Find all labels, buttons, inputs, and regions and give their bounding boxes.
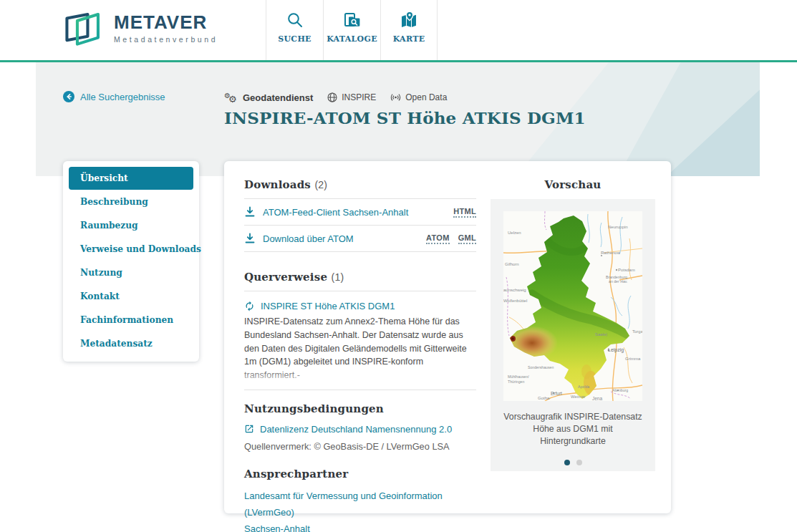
format-badge[interactable]: GML <box>458 233 476 244</box>
nav-label: KARTE <box>393 34 425 44</box>
svg-text:an der Hav.: an der Hav. <box>609 279 627 284</box>
main-nav: SUCHE KATALOGE <box>266 0 438 60</box>
svg-text:Saale): Saale) <box>595 332 607 337</box>
carousel-dots <box>503 460 642 465</box>
nav-label: KATALOGE <box>327 34 377 44</box>
organisation-name: Landesamt für Vermessung und Geoinformat… <box>244 490 443 518</box>
download-icon <box>244 233 256 244</box>
gears-icon: ⚙ ⚙ <box>224 91 237 104</box>
brand-subtitle: Metadatenverbund <box>114 35 218 44</box>
svg-text:Sondershausen: Sondershausen <box>528 365 554 369</box>
preview-column: Vorschau <box>491 178 655 496</box>
download-icon <box>244 206 256 218</box>
crossrefs-title: Querverweise <box>244 271 327 284</box>
metaver-logo-icon <box>63 8 105 48</box>
sidebar-item-raumbezug[interactable]: Raumbezug <box>69 214 193 237</box>
overview-card: Downloads (2) ATOM-Feed-Client Sachsen-A… <box>224 161 671 513</box>
sidebar-item-verweise-downloads[interactable]: Verweise und Downloads <box>69 238 193 261</box>
downloads-title: Downloads <box>244 178 311 191</box>
svg-text:Braunschweig: Braunschweig <box>503 288 526 292</box>
format-badges: HTML <box>453 207 476 218</box>
usage-terms-heading: Nutzungsbedingungen <box>244 402 476 415</box>
sidebar-item-kontakt[interactable]: Kontakt <box>69 285 193 308</box>
map-pin-icon <box>400 11 418 29</box>
resource-type-label: Geodatendienst <box>243 92 313 103</box>
divider <box>244 291 476 291</box>
sidebar-item-beschreibung[interactable]: Beschreibung <box>69 190 193 213</box>
catalogs-icon <box>343 11 362 29</box>
crossrefs-count: (1) <box>332 271 344 283</box>
hero-band: Alle Suchergebnisse ⚙ ⚙ Geodatendienst I… <box>36 62 760 176</box>
format-badge[interactable]: ATOM <box>426 233 450 244</box>
preview-caption: Vorschaugrafik INSPIRE-Datensatz Höhe au… <box>503 411 642 448</box>
nav-label: SUCHE <box>278 34 311 44</box>
sync-icon <box>244 301 255 311</box>
sidebar-item-metadatensatz[interactable]: Metadatensatz <box>69 332 193 355</box>
crossrefs-heading: Querverweise (1) <box>244 271 476 284</box>
crossref-description-wrap: INSPIRE-Datensatz zum Annex2-Thema Höhe … <box>244 315 476 382</box>
svg-text:Gifhorn: Gifhorn <box>505 262 519 266</box>
page: METAVER Metadatenverbund SUCHE <box>0 0 797 532</box>
header-divider <box>0 60 797 62</box>
metaver-logo[interactable]: METAVER Metadatenverbund <box>63 8 218 48</box>
contact-heading: Ansprechpartner <box>244 468 476 480</box>
svg-text:Grimma: Grimma <box>625 357 641 361</box>
overview-left-column: Downloads (2) ATOM-Feed-Client Sachsen-A… <box>244 178 476 496</box>
tag-label: INSPIRE <box>342 92 376 102</box>
nav-item-kataloge[interactable]: KATALOGE <box>323 0 380 60</box>
svg-text:Weimar: Weimar <box>571 395 586 399</box>
divider <box>244 390 476 390</box>
external-link-icon <box>244 424 254 434</box>
sidebar-item-uebersicht[interactable]: Übersicht <box>69 167 193 190</box>
page-title: INSPIRE-ATOM ST Höhe ATKIS DGM1 <box>224 108 586 127</box>
open-data-icon <box>390 92 401 102</box>
download-link[interactable]: Download über ATOM <box>263 233 426 244</box>
crossref-link-row[interactable]: INSPIRE ST Höhe ATKIS DGM1 <box>244 301 476 311</box>
tag-label: Open Data <box>405 92 447 102</box>
downloads-count: (2) <box>314 179 327 190</box>
crossref-link[interactable]: INSPIRE ST Höhe ATKIS DGM1 <box>261 301 395 311</box>
preview-heading: Vorschau <box>491 178 655 191</box>
svg-text:Altenburg: Altenburg <box>612 388 628 392</box>
globe-icon <box>327 92 337 102</box>
download-row: Download über ATOM ATOM GML <box>244 226 476 252</box>
svg-text:Uelzen: Uelzen <box>508 231 521 235</box>
app-header: METAVER Metadatenverbund SUCHE <box>0 0 797 60</box>
crossref-description: INSPIRE-Datensatz zum Annex2-Thema Höhe … <box>244 315 476 382</box>
license-link[interactable]: Datenlizenz Deutschland Namensnennung 2.… <box>260 424 452 435</box>
metadata-tags-row: ⚙ ⚙ Geodatendienst INSPIRE <box>224 91 455 104</box>
back-icon <box>63 91 74 102</box>
format-badge[interactable]: HTML <box>453 207 476 218</box>
svg-text:Rathenow: Rathenow <box>601 251 621 255</box>
downloads-heading: Downloads (2) <box>244 178 476 191</box>
svg-text:Gotha: Gotha <box>538 396 550 400</box>
svg-text:Neuruppin: Neuruppin <box>608 225 628 229</box>
license-link-row[interactable]: Datenlizenz Deutschland Namensnennung 2.… <box>244 424 476 435</box>
download-row: ATOM-Feed-Client Sachsen-Anhalt HTML <box>244 199 476 226</box>
svg-text:Torgau: Torgau <box>632 329 642 334</box>
svg-text:Jena: Jena <box>592 396 602 401</box>
tag-open-data: Open Data <box>390 92 455 102</box>
organisation-link[interactable]: Landesamt für Vermessung und Geoinformat… <box>244 488 476 532</box>
svg-text:⚙: ⚙ <box>228 94 237 104</box>
format-badges: ATOM GML <box>426 233 476 244</box>
download-link[interactable]: ATOM-Feed-Client Sachsen-Anhalt <box>263 207 453 218</box>
preview-map-image[interactable]: Uelzen Neuruppin Rathenow Potsdam Brande… <box>503 211 642 401</box>
sidebar-item-nutzung[interactable]: Nutzung <box>69 261 193 284</box>
carousel-dot-2[interactable] <box>576 460 582 465</box>
sidebar-item-fachinformationen[interactable]: Fachinformationen <box>69 309 193 332</box>
breadcrumb-label: Alle Suchergebnisse <box>80 92 165 102</box>
nav-item-suche[interactable]: SUCHE <box>266 0 323 60</box>
nav-item-karte[interactable]: KARTE <box>380 0 438 60</box>
brand-name: METAVER <box>114 13 218 32</box>
preview-panel: Uelzen Neuruppin Rathenow Potsdam Brande… <box>491 199 655 471</box>
svg-text:Potsdam: Potsdam <box>618 268 635 272</box>
svg-text:Thüringen: Thüringen <box>508 379 524 384</box>
svg-text:Apolda: Apolda <box>578 385 589 389</box>
back-to-results-link[interactable]: Alle Suchergebnisse <box>63 91 165 102</box>
tag-inspire: INSPIRE <box>327 92 385 102</box>
search-icon <box>286 11 304 29</box>
svg-text:Erfurt: Erfurt <box>551 391 562 396</box>
carousel-dot-1[interactable] <box>564 460 570 465</box>
attribution-text: Quellenvermerk: © GeoBasis-DE / LVermGeo… <box>244 441 476 452</box>
